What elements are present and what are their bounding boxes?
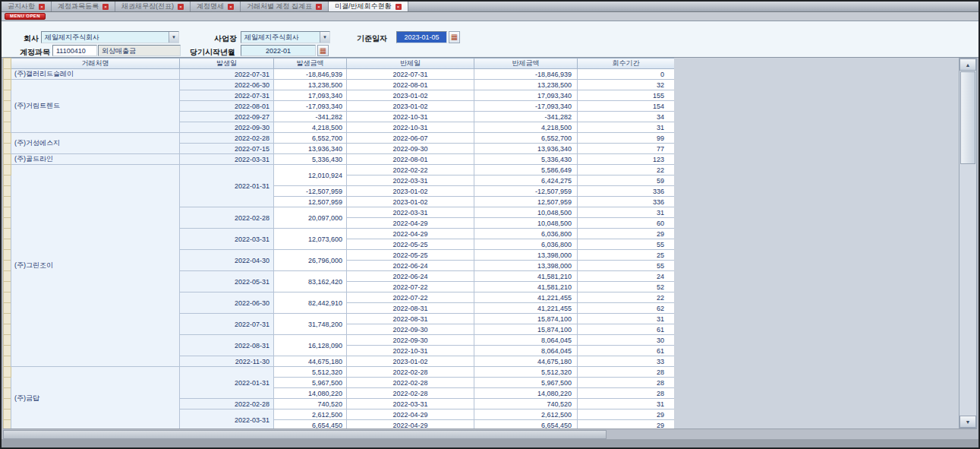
row-header-cell[interactable]: [4, 282, 11, 292]
row-header-cell[interactable]: [4, 186, 11, 197]
settle-amount-cell[interactable]: 13,398,000: [474, 250, 578, 261]
row-header-cell[interactable]: [4, 90, 11, 101]
settle-amount-cell[interactable]: 6,036,800: [474, 229, 578, 239]
settle-date-cell[interactable]: 2023-01-02: [347, 186, 474, 197]
row-header-cell[interactable]: [4, 261, 11, 271]
settle-amount-cell[interactable]: 41,221,455: [474, 292, 578, 303]
tab-close-icon[interactable]: ×: [316, 4, 322, 10]
period-cell[interactable]: 336: [578, 186, 675, 197]
tab[interactable]: 계정명세×: [191, 2, 241, 11]
occur-amount-cell[interactable]: 2,612,500: [274, 409, 347, 420]
dropdown-arrow-icon[interactable]: ▼: [169, 32, 178, 43]
settle-date-cell[interactable]: 2022-03-31: [347, 207, 474, 218]
row-header-cell[interactable]: [4, 346, 11, 356]
occur-amount-cell[interactable]: 12,073,600: [274, 229, 347, 250]
vertical-scroll-thumb[interactable]: [960, 71, 975, 164]
dropdown-arrow-icon[interactable]: ▼: [320, 32, 329, 43]
customer-cell[interactable]: (주)금답: [11, 367, 180, 429]
period-cell[interactable]: 154: [578, 101, 675, 112]
period-cell[interactable]: 61: [578, 346, 675, 356]
customer-cell[interactable]: (주)그린조이: [11, 165, 180, 367]
occur-amount-cell[interactable]: 31,748,200: [274, 314, 347, 335]
settle-amount-cell[interactable]: 10,048,500: [474, 218, 578, 229]
row-header-cell[interactable]: [4, 207, 11, 218]
row-header-cell[interactable]: [4, 303, 11, 314]
occur-amount-cell[interactable]: 6,552,700: [274, 133, 347, 144]
settle-amount-cell[interactable]: 13,238,500: [474, 80, 578, 90]
settle-amount-cell[interactable]: 12,507,959: [474, 197, 578, 207]
occur-date-cell[interactable]: 2022-03-31: [180, 154, 274, 165]
occur-date-cell[interactable]: 2022-03-31: [180, 409, 274, 429]
occur-date-cell[interactable]: 2022-09-27: [180, 112, 274, 122]
period-cell[interactable]: 33: [578, 356, 675, 367]
settle-amount-cell[interactable]: 17,093,340: [474, 90, 578, 101]
settle-amount-cell[interactable]: 6,654,450: [474, 420, 578, 429]
row-header-cell[interactable]: [4, 80, 11, 90]
settle-date-cell[interactable]: 2022-06-24: [347, 261, 474, 271]
row-header-cell[interactable]: [4, 154, 11, 165]
settle-date-cell[interactable]: 2022-08-01: [347, 154, 474, 165]
account-name-input[interactable]: 외상매출금: [98, 45, 181, 56]
settle-amount-cell[interactable]: 41,581,210: [474, 271, 578, 282]
occur-amount-cell[interactable]: 5,336,430: [274, 154, 347, 165]
row-header-cell[interactable]: [4, 122, 11, 133]
row-header-cell[interactable]: [4, 175, 11, 186]
settle-amount-cell[interactable]: 6,424,275: [474, 175, 578, 186]
occur-amount-cell[interactable]: 16,128,090: [274, 335, 347, 356]
horizontal-scroll-thumb[interactable]: [3, 430, 607, 439]
settle-amount-cell[interactable]: -18,846,939: [474, 69, 578, 80]
settle-date-cell[interactable]: 2022-04-29: [347, 229, 474, 239]
occur-amount-cell[interactable]: 12,507,959: [274, 197, 347, 207]
occur-amount-cell[interactable]: 17,093,340: [274, 90, 347, 101]
settle-amount-cell[interactable]: 41,221,455: [474, 303, 578, 314]
occur-amount-cell[interactable]: -341,282: [274, 112, 347, 122]
occur-date-cell[interactable]: 2022-01-31: [180, 367, 274, 399]
row-header-cell[interactable]: [4, 271, 11, 282]
row-header-cell[interactable]: [4, 133, 11, 144]
occur-date-cell[interactable]: 2022-07-15: [180, 144, 274, 154]
settle-date-cell[interactable]: 2022-02-28: [347, 367, 474, 378]
occur-amount-cell[interactable]: 44,675,180: [274, 356, 347, 367]
occur-amount-cell[interactable]: 13,238,500: [274, 80, 347, 90]
period-cell[interactable]: 31: [578, 122, 675, 133]
row-header-cell[interactable]: [4, 165, 11, 175]
tab[interactable]: 공지사항×: [2, 2, 52, 11]
occur-amount-cell[interactable]: 6,654,450: [274, 420, 347, 429]
settle-date-cell[interactable]: 2023-01-02: [347, 101, 474, 112]
occur-date-cell[interactable]: 2022-04-30: [180, 250, 274, 271]
row-header-cell[interactable]: [4, 239, 11, 250]
row-header-cell[interactable]: [4, 420, 11, 429]
occur-date-cell[interactable]: 2022-08-01: [180, 101, 274, 112]
settle-amount-cell[interactable]: -12,507,959: [474, 186, 578, 197]
period-cell[interactable]: 55: [578, 239, 675, 250]
period-cell[interactable]: 31: [578, 314, 675, 324]
settle-date-cell[interactable]: 2022-02-28: [347, 388, 474, 399]
tab-close-icon[interactable]: ×: [228, 4, 234, 10]
occur-date-cell[interactable]: 2022-07-31: [180, 90, 274, 101]
occur-amount-cell[interactable]: 4,218,500: [274, 122, 347, 133]
settle-amount-cell[interactable]: -17,093,340: [474, 101, 578, 112]
period-cell[interactable]: 22: [578, 292, 675, 303]
occur-amount-cell[interactable]: 5,967,500: [274, 378, 347, 388]
period-cell[interactable]: 31: [578, 207, 675, 218]
customer-cell[interactable]: (주)골드라인: [11, 154, 180, 165]
occur-amount-cell[interactable]: 14,080,220: [274, 388, 347, 399]
column-header[interactable]: 반제일: [347, 58, 474, 69]
customer-cell[interactable]: (주)거림트렌드: [11, 80, 180, 133]
occur-amount-cell[interactable]: 12,010,924: [274, 165, 347, 186]
occur-date-cell[interactable]: 2022-03-31: [180, 229, 274, 250]
period-cell[interactable]: 28: [578, 388, 675, 399]
column-header[interactable]: 거래처명: [11, 58, 180, 69]
settle-amount-cell[interactable]: -341,282: [474, 112, 578, 122]
period-cell[interactable]: 77: [578, 144, 675, 154]
settle-amount-cell[interactable]: 13,936,340: [474, 144, 578, 154]
settle-date-cell[interactable]: 2022-06-07: [347, 133, 474, 144]
settle-amount-cell[interactable]: 2,612,500: [474, 409, 578, 420]
occur-amount-cell[interactable]: 13,936,340: [274, 144, 347, 154]
row-header-cell[interactable]: [4, 335, 11, 346]
period-cell[interactable]: 22: [578, 165, 675, 175]
settle-date-cell[interactable]: 2022-02-28: [347, 378, 474, 388]
occur-date-cell[interactable]: 2022-06-30: [180, 292, 274, 314]
horizontal-scrollbar[interactable]: [3, 428, 977, 439]
settle-date-cell[interactable]: 2022-02-22: [347, 165, 474, 175]
